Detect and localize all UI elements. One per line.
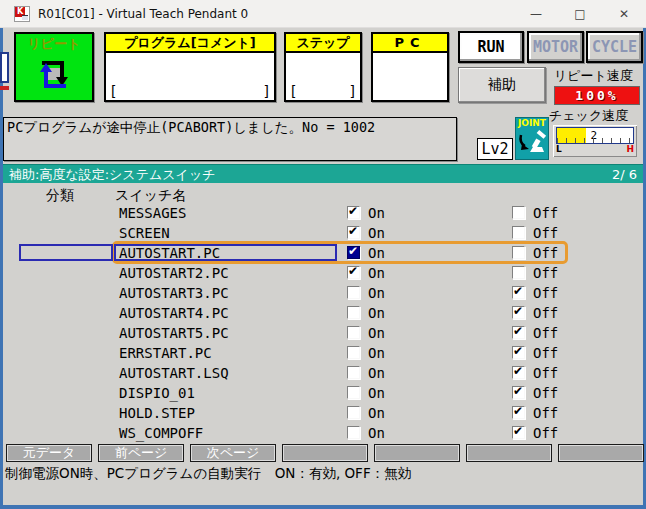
off-checkbox[interactable]: ✔ (512, 406, 525, 419)
switch-row: AUTOSTART3.PCOn✔Off (3, 283, 643, 303)
page-indicator: 2/ 6 (612, 165, 637, 183)
softkey-blank[interactable] (466, 444, 552, 462)
minimize-button[interactable]: — (514, 0, 558, 27)
step-display: ステップ [ ] (284, 32, 362, 102)
off-checkbox[interactable] (512, 266, 525, 279)
off-label: Off (533, 205, 558, 221)
softkey-blank[interactable] (374, 444, 460, 462)
joint-mode-button[interactable]: JOINT (515, 117, 549, 160)
cycle-button[interactable]: CYCLE (586, 31, 643, 63)
off-label: Off (533, 285, 558, 301)
on-label: On (368, 305, 385, 321)
off-label: Off (533, 245, 558, 261)
step-header: ステップ (286, 34, 360, 53)
on-checkbox[interactable] (347, 346, 360, 359)
off-checkbox[interactable]: ✔ (512, 346, 525, 359)
switch-name: AUTOSTART3.PC (119, 285, 229, 301)
off-label: Off (533, 345, 558, 361)
switch-name: SCREEN (119, 225, 170, 241)
on-label: On (368, 365, 385, 381)
maximize-button[interactable]: □ (558, 0, 602, 27)
on-checkbox[interactable]: ✔ (347, 246, 360, 259)
off-checkbox[interactable]: ✔ (512, 386, 525, 399)
on-checkbox[interactable] (347, 426, 360, 439)
switch-table: MESSAGES✔OnOffSCREEN✔OnOffAUTOSTART.PC✔O… (3, 203, 643, 443)
off-label: Off (533, 265, 558, 281)
on-label: On (368, 265, 385, 281)
off-checkbox[interactable] (512, 206, 525, 219)
switch-name: WS_COMPOFF (119, 425, 203, 441)
off-checkbox[interactable]: ✔ (512, 366, 525, 379)
on-checkbox[interactable]: ✔ (347, 206, 360, 219)
softkey-bar: 元データ前ページ次ページ (3, 444, 643, 463)
switch-row: WS_COMPOFFOn✔Off (3, 423, 643, 443)
on-checkbox[interactable] (347, 286, 360, 299)
off-checkbox[interactable]: ✔ (512, 306, 525, 319)
repeat-mode-button[interactable]: リピート (14, 32, 94, 102)
off-label: Off (533, 425, 558, 441)
on-label: On (368, 325, 385, 341)
softkey-prev-page[interactable]: 前ページ (98, 444, 184, 462)
on-checkbox[interactable] (347, 366, 360, 379)
softkey-blank[interactable] (282, 444, 368, 462)
category-cursor-box (19, 244, 113, 261)
screen-title-bar: 補助:高度な設定:システムスイッチ 2/ 6 (3, 164, 643, 183)
switch-name: AUTOSTART2.PC (119, 265, 229, 281)
check-icon: ✔ (513, 344, 523, 358)
level-badge: Lv2 (477, 138, 513, 160)
on-checkbox[interactable] (347, 326, 360, 339)
switch-name: AUTOSTART5.PC (119, 325, 229, 341)
on-checkbox[interactable] (347, 406, 360, 419)
on-checkbox[interactable]: ✔ (347, 226, 360, 239)
off-checkbox[interactable] (512, 246, 525, 259)
check-icon: ✔ (513, 324, 523, 338)
switch-name: HOLD.STEP (119, 405, 195, 421)
on-label: On (368, 345, 385, 361)
on-checkbox[interactable]: ✔ (347, 266, 360, 279)
off-checkbox[interactable]: ✔ (512, 326, 525, 339)
aux-button[interactable]: 補助 (458, 67, 546, 103)
off-label: Off (533, 405, 558, 421)
run-button[interactable]: RUN (458, 31, 524, 63)
switch-row: MESSAGES✔OnOff (3, 203, 643, 223)
left-edge-red-bar (0, 86, 9, 90)
check-icon: ✔ (513, 424, 523, 438)
system-message: PCプログラムが途中停止(PCABORT)しました。No = 1002 (3, 117, 457, 161)
softkey-blank[interactable] (558, 444, 644, 462)
switch-row: AUTOSTART5.PCOn✔Off (3, 323, 643, 343)
switch-row: DISPIO_01On✔Off (3, 383, 643, 403)
check-icon: ✔ (348, 264, 358, 278)
softkey-next-page[interactable]: 次ページ (190, 444, 276, 462)
check-speed-gauge[interactable]: 2 L H (553, 125, 637, 157)
program-bracket-close: ] (263, 83, 271, 99)
switch-name: MESSAGES (119, 205, 186, 221)
check-icon: ✔ (513, 284, 523, 298)
off-checkbox[interactable]: ✔ (512, 426, 525, 439)
repeat-speed-value: 100% (554, 86, 640, 105)
repeat-mode-label: リピート (16, 35, 92, 53)
on-checkbox[interactable] (347, 386, 360, 399)
off-label: Off (533, 325, 558, 341)
joint-label: JOINT (516, 118, 548, 129)
repeat-speed-label: リピート速度 (554, 67, 633, 85)
check-icon: ✔ (513, 404, 523, 418)
pendant-screen: リピート プログラム[コメント] [ ] ステップ (3, 28, 643, 505)
off-label: Off (533, 305, 558, 321)
cycle-loop-arrows-icon (31, 82, 77, 101)
softkey-prev-data[interactable]: 元データ (6, 444, 92, 462)
switch-name: DISPIO_01 (119, 385, 195, 401)
off-label: Off (533, 385, 558, 401)
off-checkbox[interactable] (512, 226, 525, 239)
on-label: On (368, 405, 385, 421)
on-label: On (368, 385, 385, 401)
check-icon: ✔ (348, 204, 358, 218)
off-checkbox[interactable]: ✔ (512, 286, 525, 299)
close-button[interactable]: ✕ (602, 0, 646, 27)
pc-display: PC (371, 32, 449, 102)
switch-row: HOLD.STEPOn✔Off (3, 403, 643, 423)
app-icon: K (14, 6, 30, 22)
check-speed-ticks (557, 138, 633, 143)
on-label: On (368, 245, 385, 261)
on-checkbox[interactable] (347, 306, 360, 319)
motor-button[interactable]: MOTOR (527, 31, 584, 63)
